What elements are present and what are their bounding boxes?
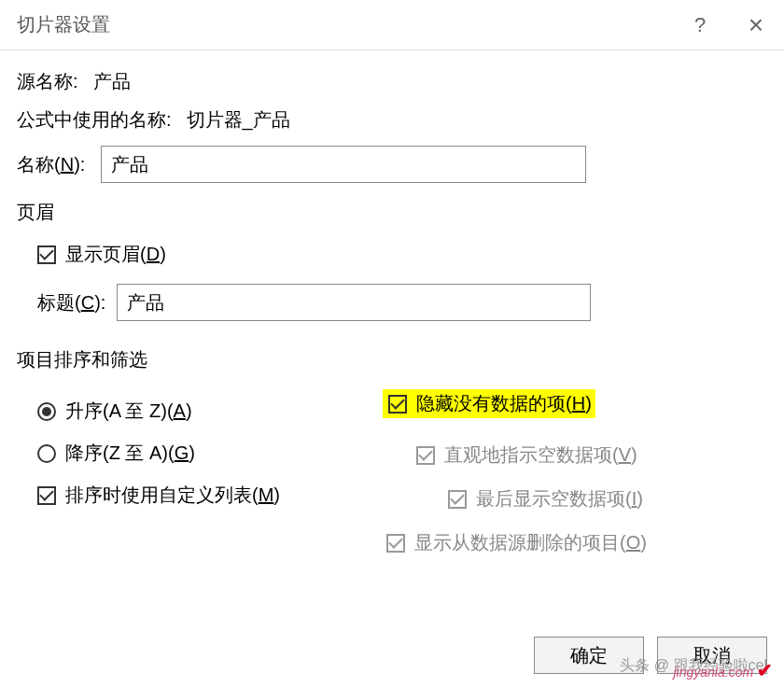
- show-deleted-checkbox: [386, 534, 405, 553]
- sort-desc-row[interactable]: 降序(Z 至 A)(G): [37, 441, 373, 466]
- dialog-title: 切片器设置: [17, 12, 110, 37]
- caption-row: 标题(C):: [37, 284, 767, 321]
- indicate-empty-row: 直观地指示空数据项(V): [383, 442, 767, 468]
- custom-list-row[interactable]: 排序时使用自定义列表(M): [37, 483, 373, 508]
- indicate-empty-label: 直观地指示空数据项(V): [444, 442, 637, 468]
- formula-name-row: 公式中使用的名称: 切片器_产品: [17, 107, 767, 133]
- name-label: 名称(N):: [17, 152, 101, 177]
- close-button[interactable]: ×: [728, 0, 784, 50]
- sort-asc-row[interactable]: 升序(A 至 Z)(A): [37, 399, 373, 424]
- show-last-label: 最后显示空数据项(I): [476, 486, 643, 512]
- ok-button[interactable]: 确定: [534, 637, 644, 674]
- source-name-row: 源名称: 产品: [17, 69, 767, 94]
- sortfilter-section-title: 项目排序和筛选: [17, 347, 767, 372]
- show-deleted-label: 显示从数据源删除的项目(O): [414, 530, 647, 555]
- sort-desc-radio[interactable]: [37, 444, 56, 463]
- show-deleted-row: 显示从数据源删除的项目(O): [383, 530, 767, 555]
- caption-label: 标题(C):: [37, 290, 117, 315]
- sort-asc-label: 升序(A 至 Z)(A): [65, 399, 192, 424]
- name-row: 名称(N):: [17, 146, 767, 183]
- hide-nodata-label: 隐藏没有数据的项(H): [416, 391, 592, 416]
- help-button[interactable]: ?: [672, 0, 728, 50]
- formula-name-value: 切片器_产品: [187, 107, 290, 133]
- sort-desc-label: 降序(Z 至 A)(G): [65, 441, 195, 466]
- indicate-empty-checkbox: [416, 446, 435, 465]
- sort-asc-radio[interactable]: [37, 402, 56, 421]
- custom-list-label: 排序时使用自定义列表(M): [65, 483, 280, 508]
- source-name-label: 源名称:: [17, 69, 78, 94]
- button-row: 确定 取消: [534, 637, 767, 674]
- cancel-button[interactable]: 取消: [657, 637, 767, 674]
- caption-input[interactable]: [117, 284, 591, 321]
- hide-nodata-row[interactable]: 隐藏没有数据的项(H): [383, 389, 767, 418]
- show-header-checkbox[interactable]: [37, 245, 56, 264]
- name-input[interactable]: [101, 146, 586, 183]
- show-last-row: 最后显示空数据项(I): [383, 486, 767, 512]
- show-header-row[interactable]: 显示页眉(D): [37, 242, 767, 267]
- custom-list-checkbox[interactable]: [37, 486, 56, 505]
- show-last-checkbox: [448, 490, 467, 509]
- source-name-value: 产品: [93, 69, 131, 94]
- formula-name-label: 公式中使用的名称:: [17, 107, 172, 133]
- show-header-label: 显示页眉(D): [65, 242, 166, 267]
- header-section-title: 页眉: [17, 200, 767, 225]
- hide-nodata-checkbox[interactable]: [388, 395, 407, 414]
- titlebar: 切片器设置 ? ×: [0, 0, 784, 50]
